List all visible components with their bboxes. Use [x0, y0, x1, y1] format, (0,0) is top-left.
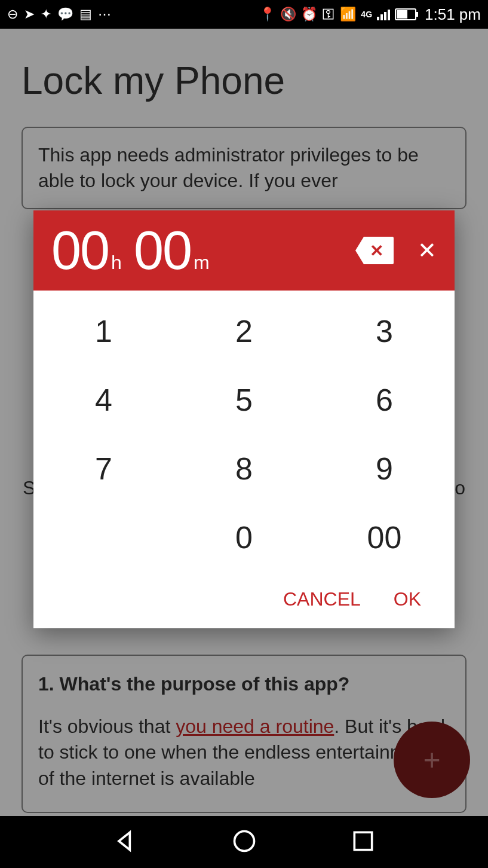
backspace-button[interactable]: ✕	[355, 237, 394, 264]
close-icon: ✕	[418, 238, 437, 263]
cancel-button[interactable]: CANCEL	[283, 588, 361, 610]
back-button[interactable]	[112, 828, 139, 857]
time-display: 00 h 00 m	[51, 220, 220, 282]
backspace-icon: ✕	[370, 241, 383, 261]
keypad-5[interactable]: 5	[174, 365, 314, 434]
more-icon: ⋯	[98, 7, 111, 22]
keypad-9[interactable]: 9	[314, 434, 455, 503]
sync-icon: ✦	[41, 7, 51, 22]
minutes-unit: m	[194, 252, 210, 274]
keypad-3[interactable]: 3	[314, 297, 455, 365]
stack-icon: ▤	[79, 7, 92, 22]
dnd-icon: ⊖	[7, 7, 18, 22]
keypad-1[interactable]: 1	[33, 297, 174, 365]
status-right-icons: 📍 🔇 ⏰ ⚿ 📶 4G 1:51 pm	[259, 5, 481, 24]
keypad: 1 2 3 4 5 6 7 8 9 0 00	[33, 291, 455, 577]
ok-button[interactable]: OK	[394, 588, 421, 610]
dialog-header-actions: ✕ ✕	[355, 237, 437, 264]
hours-value: 00	[51, 220, 109, 282]
svg-point-0	[234, 831, 254, 851]
alarm-icon: ⏰	[301, 7, 317, 22]
keypad-4[interactable]: 4	[33, 365, 174, 434]
hours-unit: h	[111, 252, 122, 274]
minutes-value: 00	[134, 220, 191, 282]
keypad-0[interactable]: 0	[174, 503, 314, 571]
time-picker-dialog: 00 h 00 m ✕ ✕ 1 2 3 4 5 6 7 8 9 0 00 CAN…	[33, 210, 455, 628]
location-icon: 📍	[259, 7, 275, 22]
send-icon: ➤	[24, 7, 35, 22]
key-icon: ⚿	[322, 7, 335, 22]
status-time: 1:51 pm	[425, 5, 481, 24]
keypad-2[interactable]: 2	[174, 297, 314, 365]
battery-icon	[395, 8, 416, 20]
signal-icon	[377, 8, 390, 20]
home-button[interactable]	[231, 828, 257, 857]
dialog-actions: CANCEL OK	[33, 577, 455, 628]
keypad-7[interactable]: 7	[33, 434, 174, 503]
svg-rect-1	[354, 832, 372, 849]
mute-icon: 🔇	[280, 7, 296, 22]
network-label: 4G	[361, 10, 372, 19]
keypad-8[interactable]: 8	[174, 434, 314, 503]
dialog-header: 00 h 00 m ✕ ✕	[33, 210, 455, 291]
status-left-icons: ⊖ ➤ ✦ 💬 ▤ ⋯	[7, 7, 111, 22]
close-button[interactable]: ✕	[418, 237, 437, 264]
recents-button[interactable]	[350, 828, 376, 857]
keypad-6[interactable]: 6	[314, 365, 455, 434]
navigation-bar	[0, 816, 488, 868]
chat-icon: 💬	[57, 7, 73, 22]
wifi-icon: 📶	[340, 7, 356, 22]
status-bar: ⊖ ➤ ✦ 💬 ▤ ⋯ 📍 🔇 ⏰ ⚿ 📶 4G 1:51 pm	[0, 0, 488, 29]
keypad-00[interactable]: 00	[314, 503, 455, 571]
